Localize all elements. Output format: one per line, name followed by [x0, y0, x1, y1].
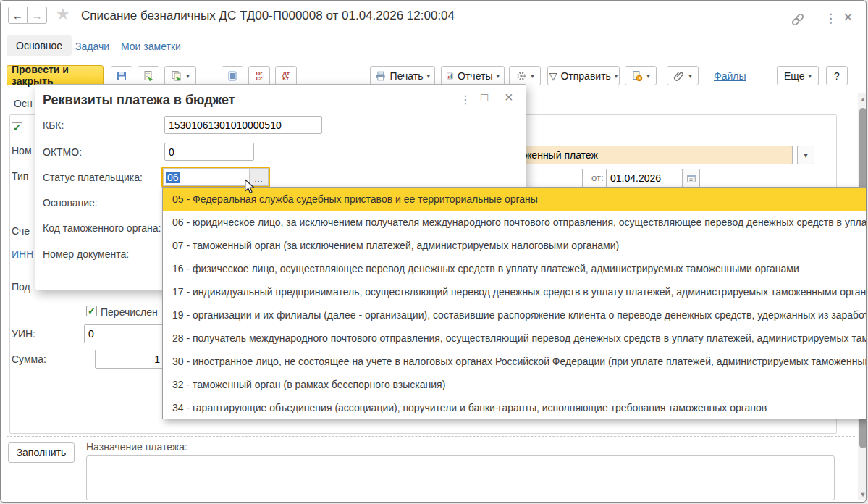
tab-my-notes[interactable]: Мои заметки [121, 41, 181, 52]
send-button[interactable]: ▽ Отправить ▾ [547, 66, 620, 85]
payer-status-value: 06 [166, 172, 180, 183]
chevron-down-icon: ▾ [186, 72, 190, 80]
amount-label: Сумма: [12, 353, 46, 365]
dropdown-item[interactable]: 06 - юридическое лицо, за исключением по… [163, 211, 867, 234]
chevron-down-icon: ▾ [804, 151, 807, 159]
dialog-menu-button[interactable]: ⋮ [460, 93, 471, 106]
amount-input[interactable] [95, 350, 164, 369]
check-icon: ✓ [13, 125, 21, 132]
gear-icon [515, 70, 527, 82]
payer-status-label: Статус плательщика: [43, 172, 143, 183]
posted-checkbox[interactable]: ✓ [12, 122, 22, 133]
kbk-input[interactable] [164, 116, 322, 134]
help-button[interactable]: ? [826, 66, 848, 85]
kbk-label: КБК: [43, 119, 64, 131]
forward-button[interactable]: → [28, 7, 47, 24]
drcr-icon: DrCr [256, 71, 263, 81]
back-arrow-icon: ← [12, 9, 23, 22]
dropdown-item[interactable]: 32 - таможенный орган (в рамках бесспорн… [163, 373, 867, 396]
uin-label: УИН: [12, 328, 35, 340]
fill-button[interactable]: Заполнить [8, 442, 75, 463]
payment-purpose-textarea[interactable] [86, 455, 835, 500]
register-records-icon [227, 70, 238, 82]
save-button[interactable] [111, 66, 132, 85]
dtkt-icon: ДтКт [282, 71, 290, 81]
date-calendar-button[interactable] [683, 169, 700, 188]
chevron-down-icon: ▾ [615, 72, 618, 80]
window-close-button[interactable]: × [843, 8, 853, 27]
dropdown-item[interactable]: 17 - индивидуальный предприниматель, осу… [163, 280, 867, 303]
favorite-star-icon[interactable]: ★ [56, 5, 70, 24]
forward-arrow-icon: → [32, 9, 43, 22]
post-document-icon [143, 70, 154, 82]
dropdown-item[interactable]: 19 - организации и их филиалы (далее - о… [163, 303, 867, 327]
chevron-down-icon: ▾ [808, 72, 812, 80]
separator [7, 436, 855, 437]
paperclip-icon [673, 70, 685, 82]
scroll-up-icon[interactable]: ▲ [858, 96, 867, 103]
division-label: Под [12, 281, 30, 293]
dialog-title: Реквизиты платежа в бюджет [43, 93, 235, 108]
post-document-button[interactable] [138, 66, 159, 85]
post-copy-icon [171, 70, 182, 82]
drcr-movements-button[interactable]: DrCr [248, 66, 270, 85]
dropdown-item[interactable]: 05 - Федеральная служба судебных пристав… [163, 188, 867, 211]
inn-link[interactable]: ИНН [12, 248, 33, 260]
operation-type-dropdown-button[interactable]: ▾ [797, 146, 814, 164]
chevron-down-icon: ▾ [496, 72, 500, 80]
check-icon: ✓ [88, 308, 96, 315]
chevron-down-icon: ▾ [688, 72, 692, 80]
back-button[interactable]: ← [8, 7, 28, 24]
tab-tasks[interactable]: Задачи [75, 41, 109, 52]
post-and-close-button[interactable]: Провести и закрыть [7, 65, 104, 85]
dialog-close-button[interactable]: × [505, 89, 513, 106]
dropdown-item[interactable]: 34 - гарантирующие объединения (ассоциац… [163, 396, 867, 419]
copy-link-button[interactable] [790, 12, 806, 30]
mouse-cursor-icon [244, 179, 256, 197]
section-label: Осн [12, 98, 34, 109]
link-icon [790, 12, 806, 28]
scroll-down-icon[interactable]: ▼ [858, 491, 867, 498]
page-title: Списание безналичных ДС ТД00-П000008 от … [81, 9, 455, 23]
more-label: Еще [784, 70, 805, 82]
date-input[interactable] [606, 169, 683, 188]
chevron-down-icon: ▾ [426, 72, 430, 80]
send-label: Отправить [560, 70, 610, 82]
document-structure-button[interactable] [222, 66, 243, 85]
payment-purpose-label: Назначение платежа: [86, 441, 187, 453]
date-from-label: от: [591, 172, 604, 183]
payer-status-dropdown: 05 - Федеральная служба судебных пристав… [162, 187, 867, 419]
dialog-maximize-button[interactable]: □ [481, 91, 488, 105]
basis-label: Основание: [43, 197, 98, 209]
ellipsis-icon: ... [254, 175, 263, 183]
reports-button[interactable]: Отчеты ▾ [441, 66, 505, 85]
oktmo-input[interactable] [164, 143, 254, 161]
dropdown-item[interactable]: 30 - иностранное лицо, не состоящее на у… [163, 350, 867, 373]
window-menu-button[interactable]: ⋮ [825, 11, 837, 26]
transferred-label: Перечислен [101, 306, 158, 318]
print-button[interactable]: Печать ▾ [370, 66, 435, 85]
tab-main[interactable]: Основное [7, 35, 72, 56]
customs-code-label: Код таможенного органа: [43, 222, 161, 234]
dropdown-item[interactable]: 28 - получатель международного почтового… [163, 327, 867, 350]
print-label: Печать [390, 70, 424, 82]
attachments-button[interactable]: ▾ [667, 66, 699, 85]
operation-type-value: женный платеж [525, 149, 598, 161]
dtkt-movements-button[interactable]: ДтКт [275, 66, 297, 85]
settings-menu-button[interactable]: ▾ [509, 66, 541, 85]
more-button[interactable]: Еще ▾ [777, 66, 819, 85]
save-icon [116, 70, 127, 82]
scheduled-docs-button[interactable]: ▾ [625, 66, 657, 85]
dropdown-item[interactable]: 07 - таможенный орган (за исключением пл… [163, 234, 867, 257]
oktmo-label: ОКТМО: [43, 146, 82, 158]
chevron-down-icon: ▾ [531, 72, 534, 80]
account-label: Сче [12, 225, 30, 237]
transferred-checkbox[interactable]: ✓ [86, 306, 97, 316]
calendar-icon [686, 173, 696, 183]
post-document-menu-button[interactable]: ▾ [164, 66, 196, 85]
chevron-down-icon: ▾ [646, 72, 650, 80]
payer-status-input[interactable]: 06 [163, 168, 249, 186]
files-link[interactable]: Файлы [714, 70, 746, 82]
reports-label: Отчеты [458, 70, 492, 82]
dropdown-item[interactable]: 16 - физическое лицо, осуществляющее пер… [163, 257, 867, 280]
